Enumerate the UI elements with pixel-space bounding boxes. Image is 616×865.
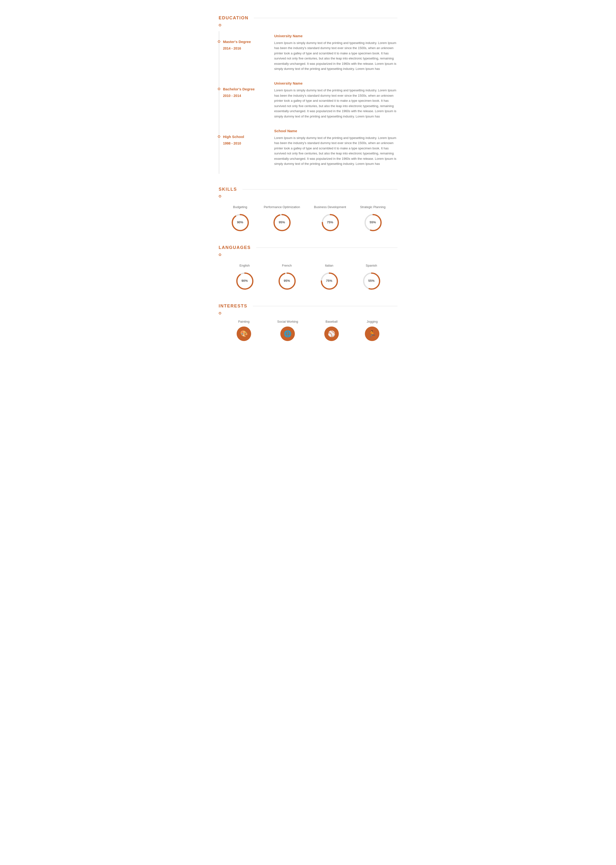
education-entries: Master's Degree2014 - 2016University Nam… [219, 31, 398, 174]
language-item-1: French 95% [277, 263, 297, 290]
edu-school-1: University Name [274, 80, 398, 86]
edu-entry-0: Master's Degree2014 - 2016University Nam… [219, 31, 398, 79]
edu-school-0: University Name [274, 33, 398, 39]
skill-percent-2: 75% [327, 220, 333, 225]
edu-left-0: Master's Degree2014 - 2016 [219, 31, 267, 79]
edu-degree-0: Master's Degree [223, 39, 262, 45]
edu-timeline-dot-1 [218, 88, 220, 90]
language-percent-3: 55% [368, 278, 374, 283]
interest-label-1: Social Working [277, 319, 298, 325]
edu-description-2: Lorem Ipsum is simply dummy text of the … [274, 136, 398, 167]
interest-label-0: Painting [238, 319, 250, 325]
languages-grid: English 90%French 95%Italian 75%Spanish … [219, 263, 398, 290]
skill-percent-1: 95% [279, 220, 285, 225]
language-item-2: Italian 75% [319, 263, 339, 290]
interest-item-2: Baseball⚾ [324, 319, 339, 341]
interests-dot [219, 312, 221, 314]
edu-degree-2: High School [223, 134, 262, 140]
education-divider [254, 18, 397, 18]
language-percent-2: 75% [326, 278, 332, 283]
interests-title: INTERESTS [219, 303, 248, 310]
language-percent-1: 95% [284, 278, 290, 283]
skills-dot [219, 195, 221, 197]
edu-years-2: 1998 - 2010 [223, 141, 262, 146]
language-item-3: Spanish 55% [362, 263, 381, 290]
languages-header: LANGUAGES [219, 244, 398, 251]
edu-years-1: 2010 - 2014 [223, 93, 262, 98]
skill-circle-2: 75% [321, 213, 340, 232]
skill-percent-0: 90% [237, 220, 243, 225]
edu-right-0: University NameLorem Ipsum is simply dum… [267, 31, 398, 79]
language-label-1: French [282, 263, 292, 268]
languages-section: LANGUAGES English 90%French 95%Italian 7… [219, 244, 398, 290]
language-percent-0: 90% [242, 278, 248, 283]
interests-section: INTERESTS Painting🎨Social Working🌐Baseba… [219, 303, 398, 341]
edu-right-2: School NameLorem Ipsum is simply dummy t… [267, 126, 398, 174]
edu-entry-1: Bachelor's Degree2010 - 2014University N… [219, 79, 398, 126]
interest-label-2: Baseball [325, 319, 338, 325]
skill-label-2: Business Development [314, 205, 346, 210]
language-circle-1: 95% [277, 271, 297, 290]
interest-label-3: Jogging [367, 319, 378, 325]
edu-degree-1: Bachelor's Degree [223, 86, 262, 92]
edu-years-0: 2014 - 2016 [223, 46, 262, 51]
interest-icon-3: 🏃 [365, 326, 379, 341]
skills-section: SKILLS Budgeting 90%Performance Optimiza… [219, 186, 398, 232]
languages-dot [219, 254, 221, 256]
edu-timeline-dot-2 [218, 136, 220, 138]
interests-header: INTERESTS [219, 303, 398, 310]
languages-title: LANGUAGES [219, 244, 251, 251]
language-circle-3: 55% [362, 271, 381, 290]
edu-left-1: Bachelor's Degree2010 - 2014 [219, 79, 267, 126]
skills-title: SKILLS [219, 186, 237, 193]
edu-description-0: Lorem Ipsum is simply dummy text of the … [274, 40, 398, 71]
interests-divider [253, 306, 398, 306]
language-item-0: English 90% [235, 263, 254, 290]
interest-item-1: Social Working🌐 [277, 319, 298, 341]
skill-item-0: Budgeting 90% [230, 205, 250, 232]
interest-item-0: Painting🎨 [237, 319, 251, 341]
skill-item-1: Performance Optimization 95% [264, 205, 300, 232]
skills-grid: Budgeting 90%Performance Optimization 95… [219, 205, 398, 232]
language-label-2: Italian [325, 263, 333, 268]
education-section: EDUCATION Master's Degree2014 - 2016Univ… [219, 14, 398, 174]
edu-entry-2: High School1998 - 2010School NameLorem I… [219, 126, 398, 174]
language-label-3: Spanish [366, 263, 377, 268]
edu-right-1: University NameLorem Ipsum is simply dum… [267, 79, 398, 126]
language-circle-2: 75% [319, 271, 339, 290]
skill-label-1: Performance Optimization [264, 205, 300, 210]
edu-school-2: School Name [274, 128, 398, 134]
skill-percent-3: 55% [370, 220, 376, 225]
skill-label-3: Strategic Planning [360, 205, 386, 210]
education-dot [219, 24, 221, 26]
skill-circle-3: 55% [363, 213, 382, 232]
skill-item-3: Strategic Planning 55% [360, 205, 386, 232]
languages-divider [256, 247, 398, 248]
interests-grid: Painting🎨Social Working🌐Baseball⚾Jogging… [219, 319, 398, 341]
edu-timeline-dot-0 [218, 40, 220, 43]
skills-header: SKILLS [219, 186, 398, 193]
edu-left-2: High School1998 - 2010 [219, 126, 267, 174]
education-header: EDUCATION [219, 14, 398, 22]
skill-item-2: Business Development 75% [314, 205, 346, 232]
language-label-0: English [240, 263, 250, 268]
interest-icon-0: 🎨 [237, 326, 251, 341]
edu-description-1: Lorem Ipsum is simply dummy text of the … [274, 88, 398, 119]
interest-icon-1: 🌐 [280, 326, 295, 341]
interest-item-3: Jogging🏃 [365, 319, 379, 341]
interest-icon-2: ⚾ [324, 326, 339, 341]
skill-circle-1: 95% [272, 213, 291, 232]
education-title: EDUCATION [219, 14, 249, 22]
language-circle-0: 90% [235, 271, 254, 290]
skill-circle-0: 90% [230, 213, 250, 232]
skill-label-0: Budgeting [233, 205, 247, 210]
